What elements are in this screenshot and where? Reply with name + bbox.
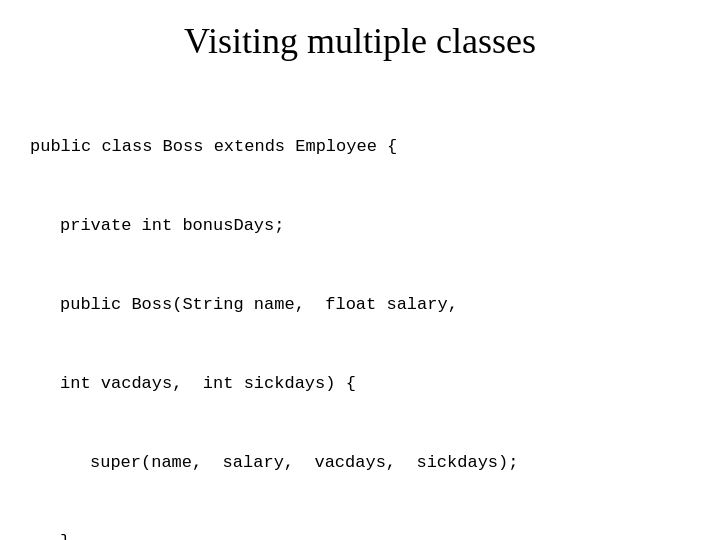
code-line-5: super(name, salary, vacdays, sickdays); bbox=[30, 450, 690, 476]
slide-title: Visiting multiple classes bbox=[30, 20, 690, 63]
slide-container: Visiting multiple classes public class B… bbox=[0, 0, 720, 540]
code-line-3: public Boss(String name, float salary, bbox=[30, 292, 690, 318]
code-line-1: public class Boss extends Employee { bbox=[30, 134, 690, 160]
code-line-2: private int bonusDays; bbox=[30, 213, 690, 239]
code-line-4: int vacdays, int sickdays) { bbox=[30, 371, 690, 397]
code-line-6: } bbox=[30, 529, 690, 540]
code-block: public class Boss extends Employee { pri… bbox=[30, 81, 690, 540]
